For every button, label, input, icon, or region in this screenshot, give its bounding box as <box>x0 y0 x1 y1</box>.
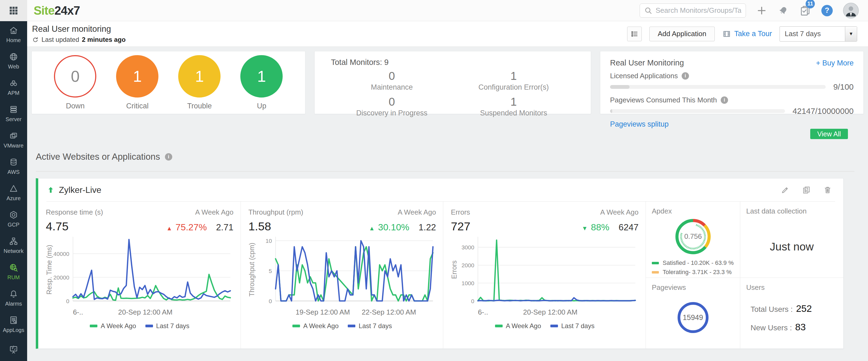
sidebar-item-gcp[interactable]: GCP <box>0 205 27 232</box>
add-monitor-button[interactable] <box>756 5 767 16</box>
delete-icon[interactable] <box>823 186 832 194</box>
chart-legend: A Week Ago Last 7 days <box>248 322 436 330</box>
legend-chip <box>348 325 355 327</box>
sidebar-item-label: APM <box>8 90 19 96</box>
legend-last-7-days[interactable]: Last 7 days <box>348 322 392 330</box>
sidebar-item-home[interactable]: Home <box>0 21 27 48</box>
sidebar-item-more[interactable] <box>0 337 27 361</box>
svg-text:1000: 1000 <box>462 280 474 286</box>
take-a-tour-label: Take a Tour <box>734 30 772 38</box>
apdex-title: Apdex <box>652 207 734 215</box>
chart-legend: A Week Ago Last 7 days <box>451 322 639 330</box>
legend-chip <box>90 325 97 327</box>
global-search[interactable] <box>640 3 746 18</box>
metric-title: Throughput (rpm) <box>248 208 303 217</box>
page-title: Real User monitoring <box>32 24 126 34</box>
status-circle[interactable]: 1 <box>178 55 220 98</box>
view-all-button[interactable]: View All <box>810 129 848 139</box>
licensed-apps-value: 9/100 <box>833 82 854 91</box>
time-range-select[interactable]: Last 7 days ▼ <box>780 26 857 41</box>
buy-more-link[interactable]: + Buy More <box>816 59 854 67</box>
svg-text:40000: 40000 <box>54 251 69 257</box>
sidebar-item-alarms[interactable]: Alarms <box>0 285 27 311</box>
help-button[interactable]: ? <box>822 5 833 16</box>
sidebar-item-label: Alarms <box>5 301 22 307</box>
tasks-button[interactable]: 11 <box>799 5 811 17</box>
status-circle[interactable]: 1 <box>240 55 283 98</box>
legend-last-7-days[interactable]: Last 7 days <box>550 322 595 330</box>
announcement-bell-icon <box>777 5 789 16</box>
status-critical[interactable]: 1 Critical <box>116 55 158 110</box>
list-view-button[interactable] <box>627 27 642 41</box>
apdex-legend-satisfied: Satisfied - 10.20K - 63.9 % <box>652 259 734 267</box>
change-percent: 75.27% <box>176 222 207 232</box>
app-launcher-button[interactable] <box>0 0 27 21</box>
progress-track <box>610 109 785 113</box>
legend-last-7-days[interactable]: Last 7 days <box>145 322 190 330</box>
svg-text:0.756: 0.756 <box>684 232 702 240</box>
legend-week-ago[interactable]: A Week Ago <box>292 322 339 330</box>
announcements-button[interactable] <box>777 5 789 16</box>
sidebar-item-web[interactable]: Web <box>0 48 27 74</box>
sidebar-item-azure[interactable]: Azure <box>0 179 27 205</box>
sidebar-item-network[interactable]: Network <box>0 232 27 258</box>
pageviews-title: Pageviews <box>652 283 734 292</box>
section-title: Active Websites or Applications <box>36 151 160 162</box>
network-icon <box>9 236 19 246</box>
search-input[interactable] <box>656 6 741 15</box>
sidebar-item-vmware[interactable]: VMware <box>0 127 27 153</box>
legend-chip <box>652 262 659 264</box>
pageviews-ring: 15949 <box>678 302 709 333</box>
edit-icon[interactable] <box>781 186 789 194</box>
app-card-body: Response time (s) A Week Ago 4.75 ▲ 75.2… <box>38 201 843 349</box>
sidebar-item-rum[interactable]: RUM <box>0 258 27 285</box>
legend-week-ago[interactable]: A Week Ago <box>495 322 541 330</box>
users-title: Users <box>746 283 837 292</box>
status-circle[interactable]: 1 <box>116 55 158 98</box>
apdex-legend: Satisfied - 10.20K - 63.9 % Tolerating- … <box>652 259 734 278</box>
svg-text:0: 0 <box>269 298 272 304</box>
topbar-actions: 11 ? <box>640 3 868 19</box>
metric-current-value: 727 <box>451 220 470 233</box>
site24x7-logo[interactable]: Site24x7 <box>34 4 80 18</box>
page-header-left: Real User monitoring Last updated 2 minu… <box>32 24 126 44</box>
response-time-panel: Response time (s) A Week Ago 4.75 ▲ 75.2… <box>38 201 241 349</box>
svg-text:22-Sep 12:00 AM: 22-Sep 12:00 AM <box>362 308 416 316</box>
layout: Home Web APM Server VMware AWS Azure GC <box>0 21 868 361</box>
status-down[interactable]: 0 Down <box>54 55 96 110</box>
rum-globe-magnifier-icon <box>9 263 19 273</box>
legend-chip <box>292 325 300 327</box>
total-monitors-card: Total Monitors: 9 0Maintenance 1Configur… <box>314 51 591 114</box>
film-icon <box>722 30 731 38</box>
status-up[interactable]: 1 Up <box>240 55 283 110</box>
add-application-button[interactable]: Add Application <box>649 27 715 41</box>
monitors-cell: 0Discovery in Progress <box>356 95 428 117</box>
refresh-icon[interactable] <box>32 36 39 43</box>
info-icon[interactable]: i <box>165 153 172 161</box>
sidebar-item-server[interactable]: Server <box>0 100 27 127</box>
app-card-stats: Apdex 0.756 Satisfied - 10.20K - 63.9 % … <box>646 201 843 349</box>
svg-text:0: 0 <box>66 298 69 304</box>
sidebar-item-aws[interactable]: AWS <box>0 153 27 179</box>
svg-text:10: 10 <box>266 238 272 244</box>
take-a-tour-link[interactable]: Take a Tour <box>722 30 772 38</box>
info-icon[interactable]: i <box>682 72 689 80</box>
last-data-collection-title: Last data collection <box>746 207 837 215</box>
plus-icon <box>756 5 767 16</box>
info-icon[interactable]: i <box>721 96 728 104</box>
report-copy-icon[interactable] <box>802 186 811 194</box>
user-avatar[interactable] <box>843 3 859 19</box>
svg-text:Throughput (cpm): Throughput (cpm) <box>248 243 255 296</box>
sidebar-item-applogs[interactable]: AppLogs <box>0 311 27 337</box>
progress-fill <box>610 85 629 89</box>
sidebar-item-label: AppLogs <box>3 327 24 333</box>
section-divider <box>36 171 855 172</box>
list-icon <box>630 30 639 38</box>
app-name[interactable]: Zylker-Live <box>59 185 101 195</box>
status-trouble[interactable]: 1 Trouble <box>178 55 220 110</box>
status-circle[interactable]: 0 <box>54 55 96 98</box>
home-icon <box>9 26 19 35</box>
sidebar-item-apm[interactable]: APM <box>0 74 27 100</box>
pageviews-splitup-link[interactable]: Pageviews splitup <box>610 120 669 129</box>
legend-week-ago[interactable]: A Week Ago <box>90 322 136 330</box>
